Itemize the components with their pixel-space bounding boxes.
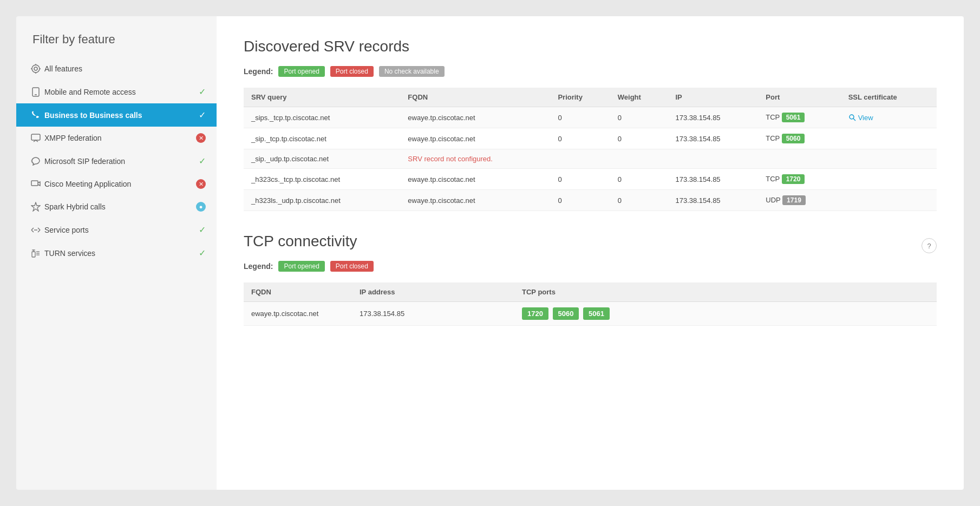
svg-point-17: [850, 115, 854, 119]
srv-row-1-view-label: View: [858, 114, 873, 122]
sidebar-label-service-ports: Service ports: [44, 226, 199, 234]
srv-row-1-port-badge: 5061: [782, 113, 805, 122]
tcp-col-ports: TCP ports: [514, 282, 937, 302]
srv-row-1-ip: 173.38.154.85: [668, 107, 758, 128]
srv-row-5-query: _h323ls._udp.tp.ciscotac.net: [244, 190, 400, 211]
tcp-legend-port-closed: Port closed: [330, 261, 374, 272]
sidebar-item-service-ports[interactable]: Service ports ✓: [16, 218, 217, 241]
tcp-legend: Legend: Port opened Port closed: [244, 261, 937, 272]
tcp-row-1-ports: 1720 5060 5061: [514, 302, 937, 326]
sidebar-item-all-features[interactable]: All features: [16, 57, 217, 80]
srv-row-2-port: TCP 5060: [758, 128, 840, 149]
srv-row-5-port: UDP 1719: [758, 190, 840, 211]
tcp-row-1-ip: 173.38.154.85: [352, 302, 514, 326]
srv-row-1-ssl: View: [841, 107, 937, 128]
srv-row-1-fqdn: ewaye.tp.ciscotac.net: [400, 107, 550, 128]
srv-row-1-protocol: TCP: [766, 113, 780, 121]
srv-row-1: _sips._tcp.tp.ciscotac.net ewaye.tp.cisc…: [244, 107, 937, 128]
srv-row-1-view-link[interactable]: View: [848, 114, 929, 122]
srv-row-2-query: _sip._tcp.tp.ciscotac.net: [244, 128, 400, 149]
sidebar-item-turn-services[interactable]: TURN services ✓: [16, 241, 217, 265]
srv-row-1-query: _sips._tcp.tp.ciscotac.net: [244, 107, 400, 128]
tcp-col-ip: IP address: [352, 282, 514, 302]
srv-legend-no-check: No check available: [379, 66, 445, 77]
sidebar-item-microsoft-sip[interactable]: Microsoft SIP federation ✓: [16, 149, 217, 173]
srv-row-5-fqdn: ewaye.tp.ciscotac.net: [400, 190, 550, 211]
sidebar-item-xmpp[interactable]: XMPP federation ✕: [16, 127, 217, 149]
help-button[interactable]: ?: [922, 238, 937, 253]
srv-row-5-protocol: UDP: [766, 196, 780, 204]
srv-row-5-ip: 173.38.154.85: [668, 190, 758, 211]
sidebar-label-spark-hybrid: Spark Hybrid calls: [44, 202, 196, 211]
srv-row-3-fqdn: SRV record not configured.: [400, 149, 550, 169]
srv-row-2-port-badge: 5060: [782, 134, 805, 143]
sidebar: Filter by feature All features: [16, 16, 217, 490]
svg-rect-11: [32, 252, 35, 257]
microsoft-sip-status: ✓: [199, 156, 206, 166]
tcp-table: FQDN IP address TCP ports ewaye.tp.cisco…: [244, 282, 937, 326]
srv-row-4-query: _h323cs._tcp.tp.ciscotac.net: [244, 169, 400, 190]
srv-col-ssl: SSL certificate: [841, 88, 937, 107]
tcp-section-header-row: TCP connectivity ?: [244, 233, 937, 261]
srv-legend-port-opened: Port opened: [278, 66, 324, 77]
sidebar-item-b2b-calls[interactable]: Business to Business calls ✓: [16, 103, 217, 127]
turn-services-icon: [27, 249, 44, 258]
sidebar-item-cisco-meeting[interactable]: Cisco Meeting Application ✕: [16, 173, 217, 195]
tcp-row-1: ewaye.tp.ciscotac.net 173.38.154.85 1720…: [244, 302, 937, 326]
srv-row-2-fqdn: ewaye.tp.ciscotac.net: [400, 128, 550, 149]
srv-row-3-weight: [610, 149, 668, 169]
srv-row-2-weight: 0: [610, 128, 668, 149]
tcp-section: TCP connectivity ? Legend: Port opened P…: [244, 233, 937, 326]
srv-row-2: _sip._tcp.tp.ciscotac.net ewaye.tp.cisco…: [244, 128, 937, 149]
srv-col-query: SRV query: [244, 88, 400, 107]
sidebar-label-b2b-calls: Business to Business calls: [44, 111, 199, 120]
srv-row-3-ssl: [841, 149, 937, 169]
srv-row-5-port-badge: 1719: [782, 195, 806, 205]
srv-row-1-priority: 0: [550, 107, 610, 128]
sidebar-item-spark-hybrid[interactable]: Spark Hybrid calls ●: [16, 195, 217, 218]
srv-row-2-ip: 173.38.154.85: [668, 128, 758, 149]
sidebar-label-microsoft-sip: Microsoft SIP federation: [44, 157, 199, 166]
all-features-icon: [27, 64, 44, 74]
tcp-port-5060: 5060: [553, 307, 579, 320]
srv-row-3: _sip._udp.tp.ciscotac.net SRV record not…: [244, 149, 937, 169]
sidebar-title: Filter by feature: [16, 32, 217, 57]
srv-row-5-weight: 0: [610, 190, 668, 211]
tcp-port-1720: 1720: [522, 307, 548, 320]
srv-legend: Legend: Port opened Port closed No check…: [244, 66, 937, 77]
srv-row-4-port: TCP 1720: [758, 169, 840, 190]
sidebar-label-turn-services: TURN services: [44, 249, 199, 258]
srv-table: SRV query FQDN Priority Weight IP Port S…: [244, 88, 937, 211]
srv-section: Discovered SRV records Legend: Port open…: [244, 38, 937, 211]
srv-row-2-ssl: [841, 128, 937, 149]
cisco-meeting-status: ✕: [196, 179, 206, 189]
srv-col-ip: IP: [668, 88, 758, 107]
svg-rect-8: [31, 134, 40, 140]
sidebar-label-all-features: All features: [44, 64, 206, 73]
tcp-title: TCP connectivity: [244, 233, 357, 250]
tcp-col-fqdn: FQDN: [244, 282, 352, 302]
srv-row-4-weight: 0: [610, 169, 668, 190]
srv-row-3-ip: [668, 149, 758, 169]
srv-row-3-query: _sip._udp.tp.ciscotac.net: [244, 149, 400, 169]
srv-col-port: Port: [758, 88, 840, 107]
srv-row-4-fqdn: ewaye.tp.ciscotac.net: [400, 169, 550, 190]
srv-row-2-protocol: TCP: [766, 134, 780, 142]
mobile-remote-status: ✓: [199, 87, 206, 97]
srv-row-4-protocol: TCP: [766, 175, 780, 183]
srv-row-4: _h323cs._tcp.tp.ciscotac.net ewaye.tp.ci…: [244, 169, 937, 190]
srv-row-4-priority: 0: [550, 169, 610, 190]
sidebar-item-mobile-remote[interactable]: Mobile and Remote access ✓: [16, 80, 217, 103]
service-ports-status: ✓: [199, 225, 206, 235]
spark-hybrid-icon: [27, 202, 44, 212]
srv-legend-label: Legend:: [244, 67, 273, 76]
srv-row-5-ssl: [841, 190, 937, 211]
sidebar-label-xmpp: XMPP federation: [44, 134, 196, 142]
srv-row-5-priority: 0: [550, 190, 610, 211]
srv-col-fqdn: FQDN: [400, 88, 550, 107]
srv-row-3-port: [758, 149, 840, 169]
srv-row-5: _h323ls._udp.tp.ciscotac.net ewaye.tp.ci…: [244, 190, 937, 211]
search-icon: [848, 114, 856, 121]
tcp-port-5061: 5061: [583, 307, 610, 320]
b2b-calls-icon: [27, 110, 44, 120]
